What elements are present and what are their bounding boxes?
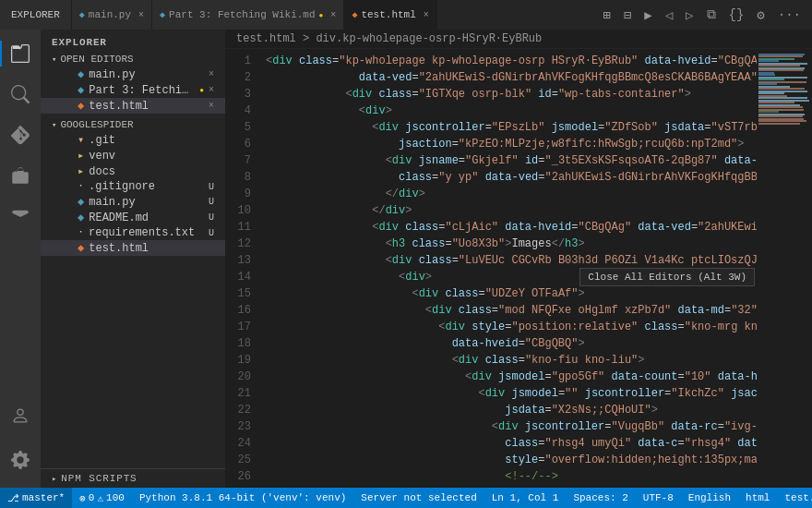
sidebar-main-py[interactable]: ◆ main.py U [41, 194, 225, 210]
tab-main-py-close[interactable]: × [138, 10, 144, 20]
minimap-content [757, 49, 812, 128]
sidebar-readme-md[interactable]: ◆ README.md U [41, 210, 225, 225]
tab-fetching-wiki[interactable]: ◆ Part 3: Fetching Wiki.md ● × [152, 0, 344, 30]
main-py-badge: U [209, 197, 214, 207]
more-btn[interactable]: ··· [774, 6, 805, 24]
play-btn[interactable]: ▶ [640, 6, 655, 25]
status-right: Ln 1, Col 1 Spaces: 2 UTF-8 English html… [484, 488, 812, 508]
tab-test-html[interactable]: ◆ test.html × [344, 0, 436, 30]
branch-name: master* [22, 492, 65, 503]
open-editor-test-html-close[interactable]: × [209, 101, 214, 111]
tab-test-html-label: test.html [361, 9, 415, 20]
language-label: html [746, 492, 770, 503]
status-bar: ⎇ master* ⊗ 0 ⚠ 100 Python 3.8.1 64-bit … [0, 488, 812, 508]
code-line-26: <!--/--> [258, 468, 757, 485]
tab-test-html-close[interactable]: × [424, 10, 429, 20]
test-html-sidebar-icon: ◆ [78, 241, 84, 255]
code-container: 12345 678910 1112131415 1617181920 21222… [225, 49, 812, 488]
indent-status[interactable]: Spaces: 2 [566, 488, 635, 508]
layout-btn[interactable]: ⊟ [620, 6, 635, 25]
sidebar-venv-folder[interactable]: ▸ venv [41, 148, 225, 163]
server-status[interactable]: Server not selected [353, 488, 484, 508]
next-btn[interactable]: ▷ [682, 6, 697, 25]
requirements-icon: ⬝ [78, 226, 84, 239]
bracket-btn[interactable]: {} [725, 6, 748, 24]
warning-count: 100 [106, 492, 125, 503]
file-type-status[interactable]: test.html [777, 488, 812, 508]
encoding-status[interactable]: UTF-8 [636, 488, 681, 508]
npm-chevron: ▸ [52, 474, 57, 484]
py-file-icon: ◆ [78, 67, 84, 81]
googlespider-header[interactable]: ▾ GOOGLESPIDER [41, 117, 225, 132]
sidebar-gitignore[interactable]: ⬝ .gitignore U [41, 179, 225, 194]
split-editor-btn[interactable]: ⊞ [599, 6, 614, 25]
warning-icon: ⚠ [97, 492, 103, 504]
tab-fetching-wiki-label: Part 3: Fetching Wiki.md [169, 9, 315, 20]
open-editor-main-py-close[interactable]: × [209, 69, 214, 79]
gitignore-icon: ⬝ [78, 180, 84, 193]
gitignore-badge: U [209, 182, 214, 192]
code-line-18: data-hveid="CBgQBQ"> [258, 335, 757, 352]
sidebar-docs-folder[interactable]: ▸ docs [41, 163, 225, 179]
code-line-19: <div class="kno-fiu kno-liu"> [258, 352, 757, 369]
git-branch-status[interactable]: ⎇ master* [0, 488, 72, 508]
code-line-16: <div class="mod NFQFxe oHglmf xzPb7d" da… [258, 302, 757, 319]
language-status[interactable]: html [738, 488, 777, 508]
open-editor-test-html[interactable]: ◆ test.html × [41, 98, 225, 114]
venv-folder-icon: ▸ [78, 149, 84, 163]
googlespider-chevron: ▾ [52, 120, 56, 130]
html-icon: ◆ [352, 9, 357, 20]
debug-btn[interactable]: ⧉ [703, 6, 720, 24]
readme-icon: ◆ [78, 211, 84, 224]
code-line-10: </div> [258, 202, 757, 219]
open-editor-fetching-wiki[interactable]: ◆ Part 3: Fetching Wiki.md ● × [41, 82, 225, 98]
main-py-icon: ◆ [78, 195, 84, 209]
sidebar-requirements[interactable]: ⬝ requirements.txt U [41, 225, 225, 240]
open-editor-fetching-wiki-close[interactable]: × [209, 85, 214, 95]
code-line-8: class="y yp" data-ved="2ahUKEwiS-dGNirbr… [258, 169, 757, 186]
code-line-5: <div jscontroller="EPszLb" jsmodel="ZDfS… [258, 119, 757, 136]
activity-settings[interactable] [0, 440, 41, 480]
activity-git[interactable] [0, 115, 41, 155]
activity-explorer[interactable] [0, 33, 41, 74]
sidebar-test-html[interactable]: ◆ test.html [41, 240, 225, 256]
activity-bar [0, 30, 41, 488]
code-line-3: <div class="IGTXqe osrp-blk" id="wp-tabs… [258, 86, 757, 103]
python-status[interactable]: Python 3.8.1 64-bit ('venv': venv) [132, 488, 353, 508]
activity-extensions[interactable] [0, 196, 41, 236]
line-numbers: 12345 678910 1112131415 1617181920 21222… [225, 49, 258, 488]
docs-folder-icon: ▸ [78, 164, 84, 178]
code-line-2: data-ved="2ahUKEwiS-dGNirbrAhVKFogKHfqgB… [258, 69, 757, 86]
sidebar-git-folder[interactable]: ▾ .git [41, 132, 225, 148]
line-ending-status[interactable]: English [681, 488, 738, 508]
requirements-name: requirements.txt [89, 226, 202, 239]
code-line-23: <div jscontroller="VugqBb" data-rc="ivg-… [258, 418, 757, 435]
npm-scripts-header[interactable]: ▸ NPM SCRIPTS [41, 468, 225, 488]
activity-debug[interactable] [0, 155, 41, 196]
md-icon: ◆ [160, 9, 165, 20]
error-count: 0 [89, 492, 95, 503]
open-editors-chevron: ▾ [52, 54, 56, 65]
settings-btn[interactable]: ⚙ [753, 6, 768, 25]
md-file-icon: ◆ [78, 83, 84, 97]
activity-search[interactable] [0, 74, 41, 115]
open-editors-header[interactable]: ▾ OPEN EDITORS [41, 52, 225, 67]
activity-bottom-icons [0, 395, 41, 480]
code-line-21: <div jsmodel="" jscontroller="IkchZc" js… [258, 385, 757, 402]
requirements-badge: U [209, 228, 214, 238]
tab-fetching-wiki-close[interactable]: × [330, 10, 336, 20]
venv-folder-name: venv [89, 150, 214, 163]
open-editor-main-py[interactable]: ◆ main.py × [41, 67, 225, 82]
git-folder-icon: ▾ [78, 133, 84, 147]
code-line-25: style="overflow:hidden;height:135px;marg… [258, 452, 757, 468]
editor-area: test.html > div.kp-wholepage-osrp-HSryR·… [225, 30, 812, 488]
file-type-label: test.html [784, 492, 812, 503]
prev-btn[interactable]: ◁ [662, 6, 676, 25]
error-count-status[interactable]: ⊗ 0 ⚠ 100 [72, 488, 132, 508]
activity-accounts[interactable] [0, 395, 41, 436]
open-editor-test-html-name: test.html [89, 100, 204, 113]
indent-label: Spaces: 2 [573, 492, 627, 503]
position-status[interactable]: Ln 1, Col 1 [484, 488, 567, 508]
code-line-4: <div> [258, 103, 757, 119]
tab-main-py[interactable]: ◆ main.py × [72, 0, 152, 30]
